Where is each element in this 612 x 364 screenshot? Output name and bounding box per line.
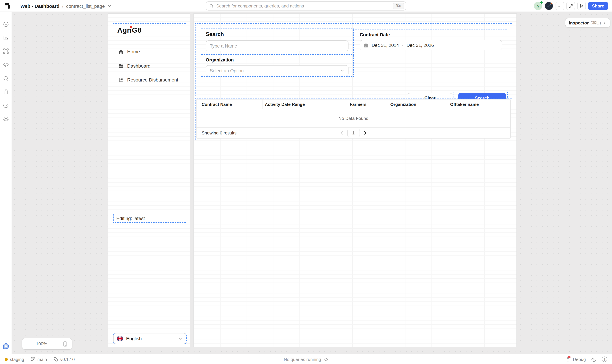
col-activity-date-range[interactable]: Activity Date Range <box>265 100 305 109</box>
contract-date-group[interactable]: Contract Date Dec 31, 2014 - Dec 31, 202… <box>355 29 507 51</box>
share-button[interactable]: Share <box>588 2 608 10</box>
chevron-down-icon[interactable] <box>107 4 111 8</box>
chevron-right-icon[interactable] <box>363 131 367 135</box>
retool-logo-icon[interactable] <box>4 2 12 10</box>
name-search-group[interactable]: Search <box>201 28 354 55</box>
editor-canvas[interactable]: Inspector (⌘U) AgriG8 Home Dashboard <box>12 12 612 354</box>
debug-button[interactable]: Debug <box>565 356 586 362</box>
command-search[interactable]: ⌘K <box>206 1 406 11</box>
environment-selector[interactable]: staging <box>5 357 24 362</box>
mobile-preview-icon[interactable] <box>63 341 68 347</box>
ellipsis-icon <box>557 4 562 8</box>
organization-placeholder: Select an Option <box>210 68 340 73</box>
settings-icon[interactable] <box>3 116 9 123</box>
table-footer: Showing 0 results 1 <box>196 127 510 138</box>
branch-label: main <box>37 357 47 362</box>
avatar-initial: N <box>537 4 539 8</box>
zoom-out-button[interactable]: − <box>27 341 30 347</box>
search-input[interactable] <box>216 3 393 9</box>
nav-item-home[interactable]: Home <box>118 48 140 56</box>
agrig8-logo: AgriG8 <box>117 26 141 34</box>
version-selector[interactable]: v0.1.10 <box>53 357 75 362</box>
history-rail-icon[interactable] <box>3 102 9 109</box>
dolly-icon <box>118 77 124 83</box>
left-toolbar <box>0 12 12 354</box>
topbar-actions: N Share <box>534 0 608 12</box>
app-main-panel: Search Organization Select an Option Con… <box>194 13 516 347</box>
date-range-input[interactable]: Dec 31, 2014 - Dec 31, 2026 <box>360 40 502 50</box>
organization-group[interactable]: Organization Select an Option <box>201 55 354 77</box>
queries-status: No queries running <box>284 354 328 364</box>
nav-label: Resource Disbursement <box>127 77 178 82</box>
col-contract-name[interactable]: Contract Name <box>202 100 232 109</box>
name-input-field[interactable] <box>210 43 344 48</box>
preview-button[interactable] <box>577 2 586 10</box>
git-branch-icon <box>31 357 35 362</box>
debug-alert-dot <box>568 356 570 358</box>
inspector-toggle[interactable]: Inspector (⌘U) <box>565 18 610 27</box>
environment-dot <box>5 358 8 361</box>
retool-editor: Web - Dashboard / contract_list_page ⌘K … <box>0 0 612 364</box>
home-icon <box>118 49 124 54</box>
version-label: v0.1.10 <box>60 357 75 362</box>
avatar-user-n[interactable]: N <box>534 2 542 10</box>
components-icon[interactable] <box>3 48 9 54</box>
code-icon[interactable] <box>3 62 9 68</box>
inspector-shortcut: (⌘U) <box>590 20 601 25</box>
contracts-table-container[interactable]: Contract Name Activity Date Range Farmer… <box>195 98 512 140</box>
branch-selector[interactable]: main <box>31 357 47 362</box>
pages-icon[interactable] <box>3 35 9 41</box>
date-end: Dec 31, 2026 <box>406 43 434 48</box>
language-select[interactable]: English <box>113 333 186 344</box>
search-icon <box>209 4 214 8</box>
editing-label: Editing: latest <box>116 216 145 221</box>
filter-form-container[interactable]: Search Organization Select an Option Con… <box>195 24 512 96</box>
app-title[interactable]: Web - Dashboard <box>20 3 59 9</box>
help-icon[interactable] <box>602 357 607 362</box>
page-name[interactable]: contract_list_page <box>66 3 105 9</box>
presence-dot-green <box>540 1 543 4</box>
expand-icon <box>569 4 573 8</box>
app-badge-icon[interactable] <box>2 342 10 350</box>
organization-select[interactable]: Select an Option <box>206 65 348 76</box>
chevron-left-icon[interactable] <box>340 131 344 135</box>
organization-label: Organization <box>206 57 353 63</box>
play-icon <box>579 4 584 8</box>
form-title: Search <box>206 31 353 37</box>
language-label: English <box>126 336 175 341</box>
more-options-button[interactable] <box>556 2 564 10</box>
top-bar: Web - Dashboard / contract_list_page ⌘K … <box>0 0 612 12</box>
nav-label: Home <box>127 49 140 54</box>
status-bar: staging main v0.1.10 No queries running … <box>0 354 612 364</box>
zoom-in-button[interactable]: + <box>54 341 57 347</box>
name-input[interactable] <box>206 40 348 51</box>
add-icon[interactable] <box>3 21 9 27</box>
avatar-user-bird[interactable] <box>545 2 553 10</box>
column-divider <box>262 100 263 109</box>
app-nav-container[interactable]: Home Dashboard Resource Disbursement <box>113 43 186 200</box>
statusbar-left: staging main v0.1.10 <box>5 354 75 364</box>
toolbox-icon[interactable] <box>3 89 9 95</box>
chevron-down-icon <box>178 336 182 341</box>
date-separator: - <box>402 43 403 48</box>
search-rail-icon[interactable] <box>3 75 9 82</box>
nav-item-resource-disbursement[interactable]: Resource Disbursement <box>118 76 178 84</box>
contracts-table: Contract Name Activity Date Range Farmer… <box>196 99 511 139</box>
environment-label: staging <box>10 357 24 362</box>
history-icon[interactable] <box>591 356 597 362</box>
nav-item-dashboard[interactable]: Dashboard <box>118 62 151 70</box>
app-logo-container[interactable]: AgriG8 <box>113 24 186 37</box>
zoom-controls: − 100% + <box>22 338 72 349</box>
zoom-level[interactable]: 100% <box>36 341 47 346</box>
sync-icon[interactable] <box>324 357 328 362</box>
table-empty-state: No Data Found <box>196 109 510 127</box>
contract-date-label: Contract Date <box>360 32 507 37</box>
col-organization[interactable]: Organization <box>390 100 416 109</box>
inspector-label: Inspector <box>569 20 589 25</box>
chevron-right-icon <box>603 21 606 25</box>
col-farmers[interactable]: Farmers <box>350 100 366 109</box>
col-offtaker-name[interactable]: Offtaker name <box>450 100 479 109</box>
editing-status[interactable]: Editing: latest <box>113 214 186 223</box>
expand-button[interactable] <box>566 2 575 10</box>
page-number-box[interactable]: 1 <box>347 129 360 137</box>
